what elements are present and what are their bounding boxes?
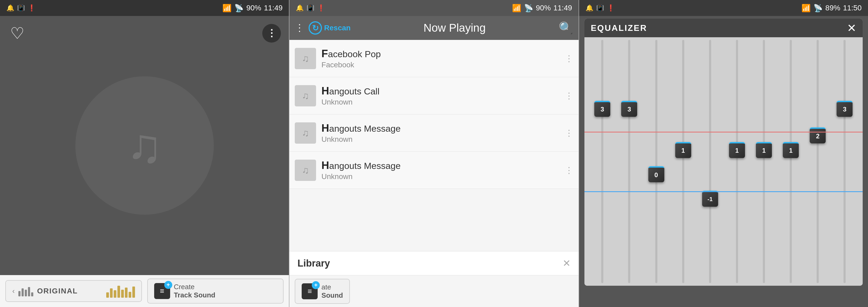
eq-slider-2[interactable]: 3 [617, 40, 642, 283]
eq-track-8: 1 [790, 40, 792, 283]
song-thumbnail-1: ♫ [295, 48, 316, 69]
song-item-hangouts-msg-2[interactable]: ♫ Hangouts Message Unknown ⋮ [289, 151, 578, 189]
eq-slider-4[interactable]: 1 [671, 40, 696, 283]
library-footer: Library ✕ [289, 251, 578, 275]
song-title-cap-4: H [321, 159, 329, 171]
song-more-3[interactable]: ⋮ [565, 128, 573, 138]
time-3: 11:50 [843, 4, 862, 12]
create-track-button[interactable]: ≡ + Create Track Sound [147, 278, 284, 304]
notification-icon-2: 🔔 [296, 4, 304, 12]
eq-slider-1[interactable]: 3 [590, 40, 615, 283]
equalizer-body: WSf ≡ EQUALIZER ✕ 3 [579, 16, 868, 307]
more-options-button[interactable]: ⋮ [262, 24, 281, 42]
time-2: 11:49 [554, 4, 572, 12]
eq-track-5: -1 [709, 40, 711, 283]
now-playing-screen: 🔔 📳 ❗ 📶 📡 90% 11:49 ⋮ ↻ Rescan Now Playi… [289, 0, 579, 307]
create-partial-text: ate [321, 283, 343, 291]
eq-header: EQUALIZER ✕ [584, 19, 863, 37]
vibrate-icon-3: 📳 [596, 4, 604, 12]
notification-icon-3: 🔔 [586, 4, 593, 12]
battery-text-3: 89% [826, 4, 840, 12]
track-bars-icon: ≡ [160, 287, 164, 295]
rescan-button[interactable]: ↻ Rescan [309, 21, 351, 35]
song-item-hangouts-msg-1[interactable]: ♫ Hangouts Message Unknown ⋮ [289, 114, 578, 151]
track-icon-partial: ≡ + [302, 283, 318, 299]
eq-track-6: 1 [736, 40, 738, 283]
track-plus-partial-icon: + [312, 281, 320, 289]
now-playing-header: ⋮ ↻ Rescan Now Playing 🔍 [289, 16, 578, 40]
music-icon-2: ♫ [302, 90, 309, 101]
eq-knob-2: 3 [621, 101, 637, 117]
song-artist-4: Unknown [321, 172, 559, 181]
eq-slider-3[interactable]: 0 [644, 40, 669, 283]
bottom-partial-2: ≡ + ate Sound [289, 275, 578, 307]
song-title-cap-2: H [321, 85, 329, 97]
status-bar-3: 🔔 📳 ❗ 📶 📡 89% 11:50 [579, 0, 868, 16]
eq-bars-right-icon [106, 284, 135, 298]
status-bar-right-1: 📶 📡 90% 11:49 [222, 4, 282, 12]
eq-slider-7[interactable]: 1 [751, 40, 777, 283]
alert-icon-3: ❗ [607, 4, 615, 12]
eq-knob-4: 1 [675, 142, 691, 158]
eq-slider-8[interactable]: 1 [778, 40, 804, 283]
eq-track-7: 1 [763, 40, 765, 283]
search-button[interactable]: 🔍 [559, 21, 573, 35]
eq-knob-7: 1 [756, 142, 772, 158]
menu-button[interactable]: ⋮ [295, 22, 304, 34]
eq-knob-1: 3 [594, 101, 610, 117]
eq-body: 3 3 0 [584, 37, 863, 286]
signal-icon-3: 📡 [813, 4, 823, 12]
track-plus-icon: + [164, 281, 172, 289]
track-sound-text: Track Sound [174, 291, 215, 299]
song-title-rest-1: acebook Pop [328, 49, 381, 59]
equalizer-bars-icon [19, 286, 33, 296]
song-item-facebook-pop[interactable]: ♫ Facebook Pop Facebook ⋮ [289, 40, 578, 77]
eq-knob-8: 1 [783, 142, 799, 158]
favorite-button[interactable]: ♡ [8, 24, 27, 42]
original-button[interactable]: ‹ ORIGINAL [5, 280, 142, 302]
eq-title: EQUALIZER [591, 23, 647, 33]
song-thumbnail-3: ♫ [295, 123, 316, 144]
song-title-rest-3: angouts Message [329, 124, 400, 134]
song-artist-2: Unknown [321, 98, 559, 106]
music-icon-4: ♫ [302, 165, 309, 176]
song-title-rest-4: angouts Message [329, 161, 400, 171]
eq-slider-10[interactable]: 3 [832, 40, 857, 283]
status-bar-2: 🔔 📳 ❗ 📶 📡 90% 11:49 [289, 0, 578, 16]
status-bar-left-3: 🔔 📳 ❗ [586, 4, 615, 12]
song-thumbnail-2: ♫ [295, 85, 316, 106]
create-track-partial-button[interactable]: ≡ + ate Sound [295, 279, 350, 304]
song-info-2: Hangouts Call Unknown [321, 85, 559, 106]
song-item-hangouts-call[interactable]: ♫ Hangouts Call Unknown ⋮ [289, 77, 578, 114]
eq-slider-9[interactable]: 2 [805, 40, 831, 283]
eq-knob-3: 0 [648, 166, 664, 182]
equalizer-dialog: EQUALIZER ✕ 3 [584, 19, 863, 286]
song-title-cap-3: H [321, 122, 329, 134]
battery-text-1: 90% [246, 4, 261, 12]
song-info-3: Hangouts Message Unknown [321, 122, 559, 144]
song-more-2[interactable]: ⋮ [565, 91, 573, 101]
rescan-icon: ↻ [309, 21, 322, 35]
track-icon: ≡ + [154, 283, 170, 299]
now-playing-title: Now Playing [355, 22, 554, 34]
eq-close-button[interactable]: ✕ [847, 22, 856, 35]
song-artist-1: Facebook [321, 61, 559, 69]
track-bars-partial-icon: ≡ [308, 287, 312, 296]
song-title-rest-2: angouts Call [329, 86, 379, 96]
song-more-4[interactable]: ⋮ [565, 165, 573, 175]
eq-track-9: 2 [816, 40, 819, 283]
eq-slider-6[interactable]: 1 [724, 40, 749, 283]
eq-slider-5[interactable]: -1 [697, 40, 723, 283]
signal-icon-2: 📡 [524, 4, 533, 12]
library-label: Library [298, 258, 330, 269]
eq-knob-5: -1 [702, 191, 718, 207]
song-more-1[interactable]: ⋮ [565, 54, 573, 64]
wifi-icon: 📶 [222, 4, 231, 12]
music-note-icon: ♫ [126, 118, 162, 173]
vibrate-icon-2: 📳 [307, 4, 314, 12]
create-text: Create [174, 283, 215, 291]
rescan-label: Rescan [324, 24, 351, 32]
library-close-button[interactable]: ✕ [563, 258, 570, 269]
bottom-bar-1: ‹ ORIGINAL ≡ + [0, 275, 289, 307]
player-body: ♡ ⋮ ♫ [0, 16, 289, 275]
